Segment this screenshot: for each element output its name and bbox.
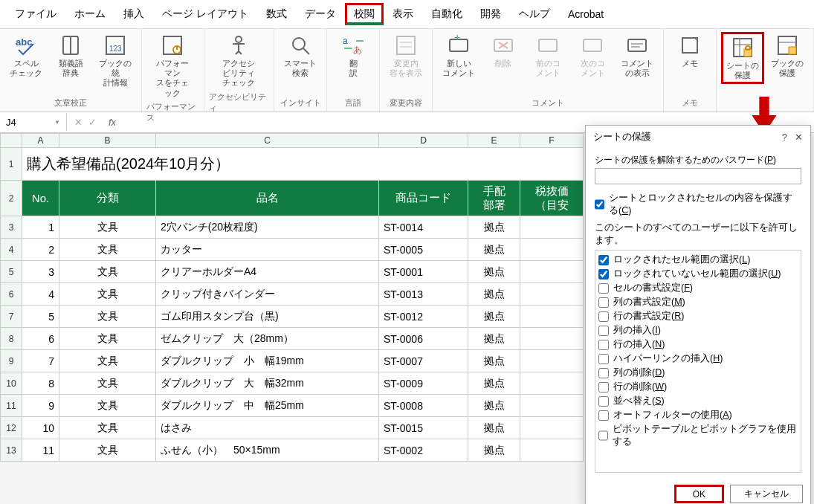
perm-row[interactable]: ロックされていないセル範囲の選択(U)	[598, 268, 798, 280]
perm-row[interactable]: 行の挿入(N)	[598, 338, 798, 351]
ribbon-btn-perf[interactable]: パフォーマンスをチェック	[151, 32, 194, 100]
row-header-5[interactable]: 5	[0, 261, 22, 283]
menu-開発[interactable]: 開発	[471, 3, 510, 25]
table-header[interactable]: 品名	[156, 181, 379, 216]
menu-自動化[interactable]: 自動化	[422, 3, 471, 25]
cell[interactable]: ST-0005	[379, 239, 468, 261]
perm-row[interactable]: セルの書式設定(F)	[598, 282, 798, 294]
name-box-dropdown-icon[interactable]: ▼	[54, 119, 60, 126]
row-header-6[interactable]: 6	[0, 283, 22, 306]
ribbon-btn-newc[interactable]: +新しいコメント	[437, 32, 480, 80]
cell[interactable]: ST-0009	[379, 372, 468, 395]
cell[interactable]: 3	[22, 261, 59, 283]
perm-row[interactable]: 並べ替え(S)	[598, 395, 798, 407]
ribbon-btn-book[interactable]: 類義語辞典	[49, 32, 92, 80]
cell[interactable]: 拠点	[468, 328, 520, 350]
menu-データ[interactable]: データ	[296, 3, 345, 25]
cell[interactable]: 6	[22, 328, 59, 350]
cell[interactable]	[520, 283, 584, 306]
cell[interactable]: 文具	[59, 350, 156, 372]
perm-row[interactable]: 行の削除(W)	[598, 381, 798, 393]
name-box[interactable]: J4 ▼	[0, 114, 67, 131]
permissions-list[interactable]: ロックされたセル範囲の選択(L)ロックされていないセル範囲の選択(U)セルの書式…	[595, 250, 801, 473]
cell[interactable]: 拠点	[468, 306, 520, 328]
menu-表示[interactable]: 表示	[384, 3, 422, 25]
cell[interactable]: 7	[22, 350, 59, 372]
cell[interactable]	[520, 439, 584, 462]
menu-挿入[interactable]: 挿入	[114, 3, 153, 25]
row-header-10[interactable]: 10	[0, 372, 22, 395]
cell[interactable]	[520, 328, 584, 350]
table-header[interactable]: 分類	[59, 181, 156, 216]
row-header-7[interactable]: 7	[0, 306, 22, 328]
col-header-A[interactable]: A	[22, 133, 59, 148]
dialog-help-icon[interactable]: ?	[782, 132, 787, 143]
cell[interactable]: 文具	[59, 216, 156, 239]
perm-row[interactable]: 列の挿入(I)	[598, 324, 798, 337]
cell[interactable]: 文具	[59, 328, 156, 350]
cell[interactable]: 9	[22, 395, 59, 417]
cell[interactable]: 拠点	[468, 439, 520, 462]
perm-checkbox[interactable]	[598, 269, 609, 280]
ribbon-btn-search[interactable]: スマート検索	[279, 32, 322, 80]
cell[interactable]	[520, 216, 584, 239]
row-header-1[interactable]: 1	[0, 148, 22, 181]
row-header-12[interactable]: 12	[0, 417, 22, 439]
perm-checkbox[interactable]	[598, 311, 609, 322]
cell[interactable]: ST-0002	[379, 439, 468, 462]
cell[interactable]: 文具	[59, 395, 156, 417]
cell[interactable]: 文具	[59, 372, 156, 395]
menu-Acrobat[interactable]: Acrobat	[559, 4, 613, 25]
ribbon-btn-abc[interactable]: abcスペルチェック	[4, 32, 48, 80]
row-header-11[interactable]: 11	[0, 395, 22, 417]
cell[interactable]	[520, 395, 584, 417]
cell[interactable]: 文具	[59, 439, 156, 462]
cell[interactable]: ST-0012	[379, 306, 468, 328]
cell[interactable]: ダブルクリップ 中 幅25mm	[156, 395, 379, 417]
cell[interactable]: 拠点	[468, 372, 520, 395]
cell[interactable]: 拠点	[468, 261, 520, 283]
cell[interactable]: 拠点	[468, 395, 520, 417]
cell[interactable]: ダブルクリップ 小 幅19mm	[156, 350, 379, 372]
cell[interactable]	[520, 372, 584, 395]
cell[interactable]: 5	[22, 306, 59, 328]
cancel-button[interactable]: キャンセル	[730, 485, 803, 503]
select-all-corner[interactable]	[0, 133, 22, 148]
perm-checkbox[interactable]	[598, 396, 609, 407]
ok-button[interactable]: OK	[674, 485, 724, 503]
perm-checkbox[interactable]	[598, 368, 609, 378]
perm-row[interactable]: 行の書式設定(R)	[598, 310, 798, 323]
cell[interactable]: クリップ付きバインダー	[156, 283, 379, 306]
cell[interactable]: 文具	[59, 239, 156, 261]
menu-ホーム[interactable]: ホーム	[65, 3, 114, 25]
perm-checkbox[interactable]	[598, 340, 609, 350]
cell[interactable]: ST-0006	[379, 328, 468, 350]
cell[interactable]: ダブルクリップ 大 幅32mm	[156, 372, 379, 395]
perm-row[interactable]: ピボットテーブルとピボットグラフを使用する	[598, 423, 798, 448]
cell[interactable]: 文具	[59, 417, 156, 439]
dialog-close-icon[interactable]: ✕	[795, 132, 803, 143]
ribbon-btn-trans[interactable]: aあ翻訳	[332, 32, 375, 80]
ribbon-btn-protectb[interactable]: ブックの保護	[766, 32, 809, 80]
perm-checkbox[interactable]	[598, 326, 609, 336]
perm-row[interactable]: 列の書式設定(M)	[598, 296, 798, 308]
table-header[interactable]: 商品コード	[379, 181, 468, 216]
menu-ページ レイアウト[interactable]: ページ レイアウト	[153, 3, 257, 25]
row-header-8[interactable]: 8	[0, 328, 22, 350]
col-header-C[interactable]: C	[156, 133, 379, 148]
col-header-E[interactable]: E	[468, 133, 520, 148]
protect-contents-checkbox-row[interactable]: シートとロックされたセルの内容を保護する(C)	[595, 192, 801, 217]
cell[interactable]: 拠点	[468, 239, 520, 261]
cell[interactable]: 文具	[59, 283, 156, 306]
cell[interactable]	[520, 417, 584, 439]
row-header-4[interactable]: 4	[0, 239, 22, 261]
cell[interactable]: 文具	[59, 306, 156, 328]
perm-checkbox[interactable]	[598, 297, 609, 308]
cell[interactable]: 11	[22, 439, 59, 462]
perm-row[interactable]: ハイパーリンクの挿入(H)	[598, 352, 798, 365]
ribbon-btn-protect[interactable]: シートの保護	[721, 32, 764, 84]
perm-row[interactable]: オートフィルターの使用(A)	[598, 409, 798, 421]
menu-ファイル[interactable]: ファイル	[6, 3, 65, 25]
perm-checkbox[interactable]	[598, 255, 609, 265]
col-header-B[interactable]: B	[59, 133, 156, 148]
